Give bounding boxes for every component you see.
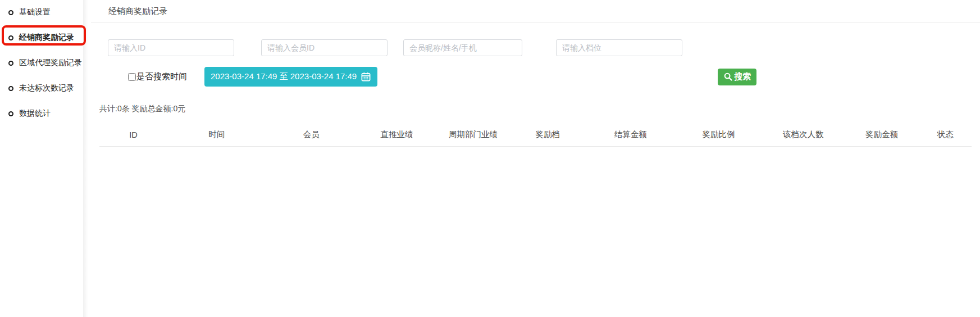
column-header-reward-amount: 奖励金额	[844, 124, 919, 146]
sidebar-item-label: 区域代理奖励记录	[19, 58, 82, 68]
column-header-settlement-amount: 结算金额	[586, 124, 675, 146]
column-header-reward-tier: 奖励档	[509, 124, 586, 146]
records-table: ID 时间 会员 直推业绩 周期部门业绩 奖励档 结算金额 奖励比例 该档次人数…	[99, 124, 972, 147]
column-header-id: ID	[99, 124, 167, 146]
column-header-status: 状态	[919, 124, 972, 146]
ring-icon	[8, 111, 13, 116]
sidebar-item-regional-agent-reward-records[interactable]: 区域代理奖励记录	[0, 55, 83, 71]
main-content: 经销商奖励记录 是否搜索时间 2023-03-24 17:49 至 2023-0…	[83, 0, 980, 317]
member-info-input[interactable]	[403, 39, 522, 56]
date-range-button[interactable]: 2023-03-24 17:49 至 2023-03-24 17:49	[204, 67, 377, 87]
summary-text: 共计:0条 奖励总金额:0元	[99, 104, 980, 114]
ring-icon	[8, 35, 13, 40]
sidebar-item-data-statistics[interactable]: 数据统计	[0, 105, 83, 122]
column-header-direct-performance: 直推业绩	[357, 124, 437, 146]
tier-input[interactable]	[556, 39, 682, 56]
sidebar-item-dealer-reward-records[interactable]: 经销商奖励记录	[0, 29, 83, 46]
sidebar: 基础设置 经销商奖励记录 区域代理奖励记录 未达标次数记录 数据统计	[0, 0, 83, 317]
column-header-reward-ratio: 奖励比例	[675, 124, 762, 146]
id-input[interactable]	[108, 39, 234, 56]
search-button-label: 搜索	[734, 71, 751, 82]
search-button[interactable]: 搜索	[718, 69, 756, 85]
sidebar-item-label: 未达标次数记录	[19, 83, 74, 93]
ring-icon	[8, 86, 13, 91]
search-time-checkbox-label[interactable]: 是否搜索时间	[128, 71, 187, 82]
column-header-time: 时间	[167, 124, 266, 146]
column-header-tier-people-count: 该档次人数	[762, 124, 844, 146]
sidebar-item-label: 基础设置	[19, 7, 51, 17]
sidebar-item-basic-settings[interactable]: 基础设置	[0, 4, 83, 21]
column-header-cycle-dept-performance: 周期部门业绩	[437, 124, 509, 146]
date-range-text: 2023-03-24 17:49 至 2023-03-24 17:49	[211, 71, 357, 82]
sidebar-item-label: 经销商奖励记录	[19, 33, 74, 43]
member-id-input[interactable]	[261, 39, 388, 56]
ring-icon	[8, 10, 13, 15]
search-icon	[723, 72, 733, 81]
search-time-checkbox[interactable]	[128, 73, 136, 81]
page-title: 经销商奖励记录	[91, 0, 980, 23]
sidebar-item-substandard-count-records[interactable]: 未达标次数记录	[0, 80, 83, 97]
calendar-icon	[361, 71, 371, 82]
search-form-row-1	[108, 39, 980, 56]
sidebar-item-label: 数据统计	[19, 108, 51, 119]
column-header-member: 会员	[266, 124, 357, 146]
table-header-row: ID 时间 会员 直推业绩 周期部门业绩 奖励档 结算金额 奖励比例 该档次人数…	[99, 124, 972, 146]
ring-icon	[8, 61, 13, 66]
search-time-label-text: 是否搜索时间	[136, 71, 187, 82]
search-form-row-2: 是否搜索时间 2023-03-24 17:49 至 2023-03-24 17:…	[128, 67, 980, 87]
